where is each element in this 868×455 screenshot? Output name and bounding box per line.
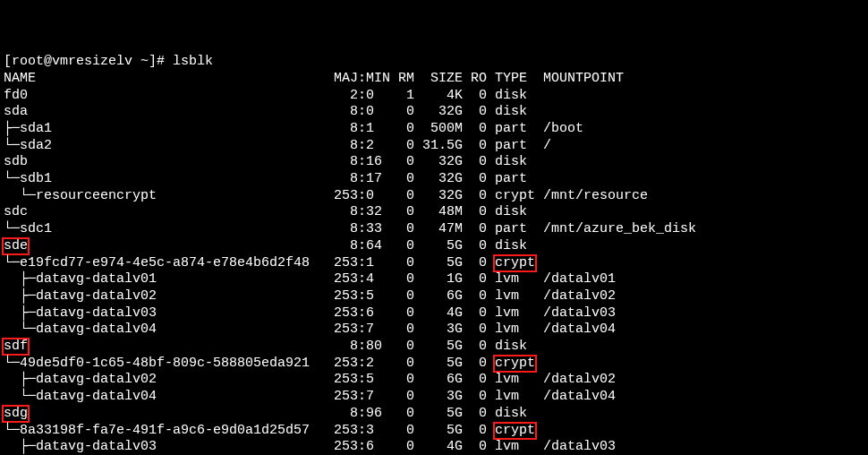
prompt-line: [root@vmresizelv ~]# lsblk bbox=[4, 54, 213, 69]
lsblk-row: └─datavg-datalv04 253:7 0 3G 0 lvm /data… bbox=[4, 389, 616, 404]
lsblk-row: ├─datavg-datalv03 253:6 0 4G 0 lvm /data… bbox=[4, 305, 616, 321]
lsblk-row: └─sdb1 8:17 0 32G 0 part bbox=[4, 171, 535, 186]
highlight-type-crypt: crypt bbox=[493, 355, 537, 373]
lsblk-row: └─datavg-datalv04 253:7 0 3G 0 lvm /data… bbox=[4, 322, 616, 337]
highlight-disk-name: sdf bbox=[2, 338, 30, 356]
lsblk-row: sda 8:0 0 32G 0 disk bbox=[4, 104, 535, 119]
lsblk-row: sdc 8:32 0 48M 0 disk bbox=[4, 204, 535, 219]
lsblk-rows: fd0 2:0 1 4K 0 disk sda 8:0 0 32G 0 disk… bbox=[4, 88, 864, 455]
lsblk-row: ├─datavg-datalv03 253:6 0 4G 0 lvm /data… bbox=[4, 439, 616, 454]
lsblk-row: ├─sda1 8:1 0 500M 0 part /boot bbox=[4, 121, 583, 136]
highlight-type-crypt: crypt bbox=[493, 254, 537, 272]
lsblk-row: ├─datavg-datalv02 253:5 0 6G 0 lvm /data… bbox=[4, 288, 616, 304]
lsblk-row: └─49de5df0-1c65-48bf-809c-588805eda921 2… bbox=[4, 356, 535, 371]
lsblk-row: ├─datavg-datalv02 253:5 0 6G 0 lvm /data… bbox=[4, 372, 616, 387]
lsblk-row: sdg 8:96 0 5G 0 disk bbox=[4, 406, 535, 421]
lsblk-row: └─e19fcd77-e974-4e5c-a874-e78e4b6d2f48 2… bbox=[4, 255, 535, 270]
lsblk-row: ├─datavg-datalv01 253:4 0 1G 0 lvm /data… bbox=[4, 271, 616, 287]
lsblk-row: fd0 2:0 1 4K 0 disk bbox=[4, 88, 535, 103]
shell-prompt: [root@vmresizelv ~]# bbox=[4, 54, 165, 69]
header-line: NAME MAJ:MIN RM SIZE RO TYPE MOUNTPOINT bbox=[4, 71, 624, 86]
highlight-type-crypt: crypt bbox=[493, 422, 537, 440]
terminal-output: [root@vmresizelv ~]# lsblk NAME MAJ:MIN … bbox=[0, 33, 868, 455]
lsblk-row: sde 8:64 0 5G 0 disk bbox=[4, 238, 535, 253]
lsblk-row: └─resourceencrypt 253:0 0 32G 0 crypt /m… bbox=[4, 188, 648, 203]
lsblk-row: └─sdc1 8:33 0 47M 0 part /mnt/azure_bek_… bbox=[4, 221, 696, 236]
lsblk-row: └─sda2 8:2 0 31.5G 0 part / bbox=[4, 138, 551, 153]
command-text: lsblk bbox=[173, 54, 213, 69]
lsblk-row: └─8a33198f-fa7e-491f-a9c6-e9d0a1d25d57 2… bbox=[4, 423, 535, 438]
lsblk-row: sdb 8:16 0 32G 0 disk bbox=[4, 154, 535, 169]
lsblk-row: sdf 8:80 0 5G 0 disk bbox=[4, 339, 535, 354]
highlight-disk-name: sdg bbox=[2, 405, 30, 423]
highlight-disk-name: sde bbox=[2, 237, 30, 255]
